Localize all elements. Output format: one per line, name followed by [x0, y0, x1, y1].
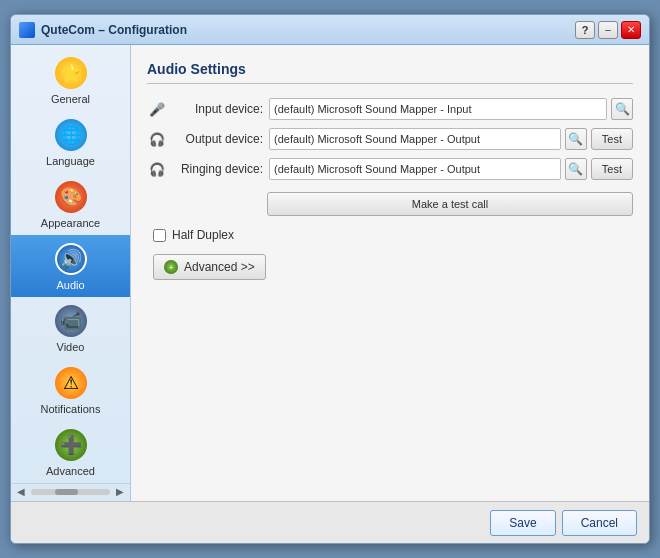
- search-icon: 🔍: [568, 132, 583, 146]
- sidebar-label-audio: Audio: [56, 279, 84, 291]
- sidebar-item-video[interactable]: 📹 Video: [11, 297, 130, 359]
- ringing-device-row: 🎧 Ringing device: 🔍 Test: [147, 158, 633, 180]
- close-button[interactable]: ✕: [621, 21, 641, 39]
- titlebar-left: QuteCom – Configuration: [19, 22, 187, 38]
- advanced-icon: ➕: [55, 429, 87, 461]
- notifications-icon: ⚠: [55, 367, 87, 399]
- output-device-label: Output device:: [173, 132, 263, 146]
- search-icon: 🔍: [615, 102, 630, 116]
- sidebar-item-notifications[interactable]: ⚠ Notifications: [11, 359, 130, 421]
- input-device-search-button[interactable]: 🔍: [611, 98, 633, 120]
- save-button[interactable]: Save: [490, 510, 555, 536]
- titlebar: QuteCom – Configuration ? – ✕: [11, 15, 649, 45]
- search-icon: 🔍: [568, 162, 583, 176]
- sidebar-scrollbar: ◀ ▶: [11, 483, 130, 499]
- output-device-wrap: 🔍 Test: [269, 128, 633, 150]
- sidebar-label-appearance: Appearance: [41, 217, 100, 229]
- configuration-window: QuteCom – Configuration ? – ✕ ⭐ General …: [10, 14, 650, 544]
- appearance-icon: 🎨: [55, 181, 87, 213]
- language-icon: 🌐: [55, 119, 87, 151]
- output-test-button[interactable]: Test: [591, 128, 633, 150]
- sidebar-label-advanced: Advanced: [46, 465, 95, 477]
- ringing-device-search-button[interactable]: 🔍: [565, 158, 587, 180]
- sidebar-item-advanced[interactable]: ➕ Advanced: [11, 421, 130, 483]
- help-button[interactable]: ?: [575, 21, 595, 39]
- sidebar-label-video: Video: [57, 341, 85, 353]
- app-icon: [19, 22, 35, 38]
- headphone-ringing-icon: 🎧: [147, 162, 167, 177]
- make-test-call-button[interactable]: Make a test call: [267, 192, 633, 216]
- advanced-btn-label: Advanced >>: [184, 260, 255, 274]
- minimize-button[interactable]: –: [598, 21, 618, 39]
- ringing-test-button[interactable]: Test: [591, 158, 633, 180]
- output-device-field[interactable]: [269, 128, 561, 150]
- scroll-left-arrow[interactable]: ◀: [17, 486, 25, 497]
- sidebar-label-general: General: [51, 93, 90, 105]
- sidebar-label-language: Language: [46, 155, 95, 167]
- sidebar-label-notifications: Notifications: [41, 403, 101, 415]
- input-device-wrap: 🔍: [269, 98, 633, 120]
- ringing-device-field[interactable]: [269, 158, 561, 180]
- general-icon: ⭐: [55, 57, 87, 89]
- sidebar-item-general[interactable]: ⭐ General: [11, 49, 130, 111]
- scroll-thumb: [55, 489, 79, 495]
- half-duplex-row: Half Duplex: [153, 228, 633, 242]
- panel-title: Audio Settings: [147, 61, 633, 84]
- half-duplex-checkbox[interactable]: [153, 229, 166, 242]
- ringing-device-wrap: 🔍 Test: [269, 158, 633, 180]
- cancel-button[interactable]: Cancel: [562, 510, 637, 536]
- audio-icon: 🔊: [55, 243, 87, 275]
- scroll-right-arrow[interactable]: ▶: [116, 486, 124, 497]
- video-icon: 📹: [55, 305, 87, 337]
- ringing-device-label: Ringing device:: [173, 162, 263, 176]
- footer: Save Cancel: [11, 501, 649, 543]
- scroll-track[interactable]: [31, 489, 110, 495]
- headphone-output-icon: 🎧: [147, 132, 167, 147]
- sidebar: ⭐ General 🌐 Language 🎨 Appearance 🔊 Audi…: [11, 45, 131, 501]
- content-area: ⭐ General 🌐 Language 🎨 Appearance 🔊 Audi…: [11, 45, 649, 501]
- output-device-search-button[interactable]: 🔍: [565, 128, 587, 150]
- output-device-row: 🎧 Output device: 🔍 Test: [147, 128, 633, 150]
- sidebar-item-audio[interactable]: 🔊 Audio: [11, 235, 130, 297]
- sidebar-item-appearance[interactable]: 🎨 Appearance: [11, 173, 130, 235]
- microphone-icon: 🎤: [147, 102, 167, 117]
- sidebar-item-language[interactable]: 🌐 Language: [11, 111, 130, 173]
- window-title: QuteCom – Configuration: [41, 23, 187, 37]
- input-device-field[interactable]: [269, 98, 607, 120]
- titlebar-buttons: ? – ✕: [575, 21, 641, 39]
- half-duplex-label: Half Duplex: [172, 228, 234, 242]
- advanced-button[interactable]: + Advanced >>: [153, 254, 266, 280]
- main-panel: Audio Settings 🎤 Input device: 🔍 🎧 Outpu…: [131, 45, 649, 501]
- advanced-btn-icon: +: [164, 260, 178, 274]
- input-device-label: Input device:: [173, 102, 263, 116]
- input-device-row: 🎤 Input device: 🔍: [147, 98, 633, 120]
